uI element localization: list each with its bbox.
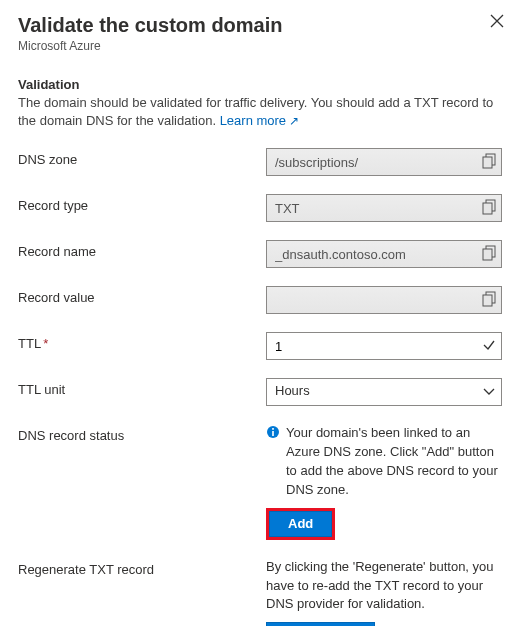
- record-name-label: Record name: [18, 240, 266, 268]
- section-heading: Validation: [18, 77, 502, 92]
- learn-more-link[interactable]: Learn more ↗: [220, 113, 300, 128]
- ttl-label: TTL*: [18, 332, 266, 360]
- dns-zone-label: DNS zone: [18, 148, 266, 176]
- external-link-icon: ↗: [286, 113, 299, 130]
- svg-rect-9: [272, 431, 274, 436]
- record-value-field[interactable]: [266, 286, 502, 314]
- dns-record-status-label: DNS record status: [18, 424, 266, 539]
- svg-rect-5: [483, 249, 492, 260]
- svg-rect-3: [483, 203, 492, 214]
- copy-icon[interactable]: [482, 291, 496, 307]
- ttl-unit-select[interactable]: Hours: [266, 378, 502, 406]
- add-button-highlight: Add: [266, 508, 335, 540]
- panel-title: Validate the custom domain: [18, 14, 502, 37]
- section-description: The domain should be validated for traff…: [18, 94, 502, 130]
- record-value-label: Record value: [18, 286, 266, 314]
- dns-record-status-text: Your domain's been linked to an Azure DN…: [286, 424, 502, 499]
- copy-icon[interactable]: [482, 199, 496, 215]
- dns-zone-field[interactable]: [266, 148, 502, 176]
- svg-rect-10: [272, 428, 274, 430]
- panel-subtitle: Microsoft Azure: [18, 39, 502, 53]
- record-type-field[interactable]: [266, 194, 502, 222]
- required-indicator: *: [43, 336, 48, 351]
- regenerate-button[interactable]: Regenerate: [266, 622, 375, 626]
- add-button[interactable]: Add: [269, 511, 332, 537]
- ttl-input[interactable]: [266, 332, 502, 360]
- info-icon: [266, 425, 280, 499]
- svg-rect-7: [483, 295, 492, 306]
- record-type-label: Record type: [18, 194, 266, 222]
- ttl-unit-label: TTL unit: [18, 378, 266, 406]
- copy-icon[interactable]: [482, 153, 496, 169]
- record-name-field[interactable]: [266, 240, 502, 268]
- svg-rect-1: [483, 157, 492, 168]
- validate-custom-domain-panel: Validate the custom domain Microsoft Azu…: [0, 0, 520, 626]
- regenerate-label: Regenerate TXT record: [18, 558, 266, 626]
- copy-icon[interactable]: [482, 245, 496, 261]
- close-icon[interactable]: [490, 14, 504, 28]
- regenerate-text: By clicking the 'Regenerate' button, you…: [266, 558, 502, 615]
